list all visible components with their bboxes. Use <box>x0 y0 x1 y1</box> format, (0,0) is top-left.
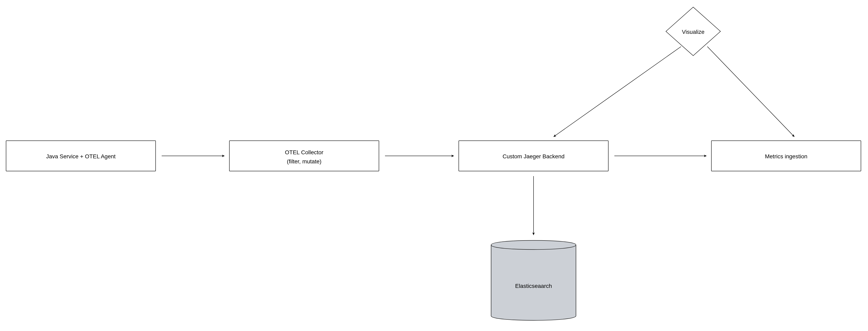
node-metrics-ingestion-label: Metrics ingestion <box>765 153 807 160</box>
node-visualize-label: Visualize <box>682 29 705 35</box>
node-otel-collector: OTEL Collector (filter, mutate) <box>229 141 379 171</box>
node-jaeger-backend: Custom Jaeger Backend <box>459 141 608 171</box>
svg-rect-1 <box>229 141 379 171</box>
node-java-service: Java Service + OTEL Agent <box>6 141 156 171</box>
node-otel-collector-label-1: OTEL Collector <box>285 149 323 156</box>
node-visualize: Visualize <box>666 7 720 56</box>
architecture-diagram: Java Service + OTEL Agent OTEL Collector… <box>0 0 868 331</box>
edge-visualize-to-jaeger <box>554 47 681 137</box>
node-elasticsearch-label: Elasticseaarch <box>515 283 552 289</box>
node-metrics-ingestion: Metrics ingestion <box>711 141 861 171</box>
node-elasticsearch: Elasticseaarch <box>491 241 576 321</box>
node-java-service-label: Java Service + OTEL Agent <box>46 153 116 160</box>
edge-visualize-to-metrics <box>707 47 794 137</box>
node-jaeger-backend-label: Custom Jaeger Backend <box>503 153 565 160</box>
node-otel-collector-label-2: (filter, mutate) <box>287 158 321 165</box>
